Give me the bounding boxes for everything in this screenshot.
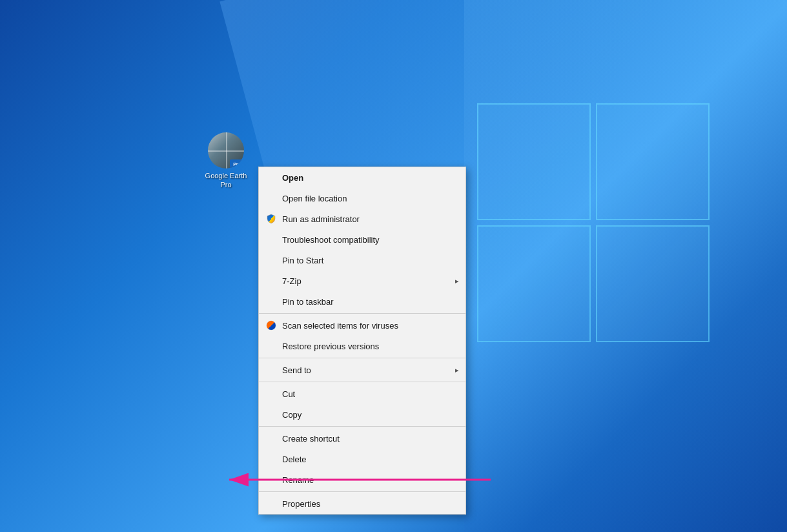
divider-4 [259,426,465,427]
menu-item-open[interactable]: Open [259,167,465,188]
menu-item-copy[interactable]: Copy [259,404,465,425]
menu-item-7zip[interactable]: 7-Zip ▸ [259,271,465,291]
uac-shield-icon [265,213,277,225]
menu-item-troubleshoot[interactable]: Troubleshoot compatibility [259,229,465,250]
divider-1 [259,313,465,314]
win-pane-bl [477,225,591,342]
menu-item-properties[interactable]: Properties [259,493,465,514]
menu-item-pin-to-start[interactable]: Pin to Start [259,250,465,271]
divider-5 [259,491,465,492]
scan-icon [265,320,277,331]
menu-item-scan-viruses[interactable]: Scan selected items for viruses [259,315,465,336]
windows-logo [477,103,710,342]
google-earth-pro-icon[interactable]: Pro Google Earth Pro [200,132,252,190]
menu-item-rename[interactable]: Rename [259,469,465,490]
icon-image: Pro [208,132,244,169]
menu-item-cut[interactable]: Cut [259,384,465,404]
desktop: Pro Google Earth Pro Open Open file loca… [0,0,787,532]
submenu-chevron-send-to: ▸ [455,366,459,374]
win-pane-br [596,225,710,342]
menu-item-pin-to-taskbar[interactable]: Pin to taskbar [259,291,465,312]
menu-item-run-as-admin[interactable]: Run as administrator [259,209,465,229]
divider-2 [259,358,465,358]
context-menu: Open Open file location [258,167,466,515]
pro-badge: Pro [230,159,244,169]
icon-label: Google Earth Pro [205,171,247,190]
menu-item-create-shortcut[interactable]: Create shortcut [259,428,465,449]
submenu-chevron-7zip: ▸ [455,277,459,285]
menu-item-restore-versions[interactable]: Restore previous versions [259,336,465,356]
menu-item-open-file-location[interactable]: Open file location [259,188,465,209]
divider-3 [259,382,465,382]
win-pane-tl [477,103,591,220]
menu-item-delete[interactable]: Delete [259,449,465,469]
menu-item-send-to[interactable]: Send to ▸ [259,360,465,380]
win-pane-tr [596,103,710,220]
globe-icon: Pro [208,132,244,169]
